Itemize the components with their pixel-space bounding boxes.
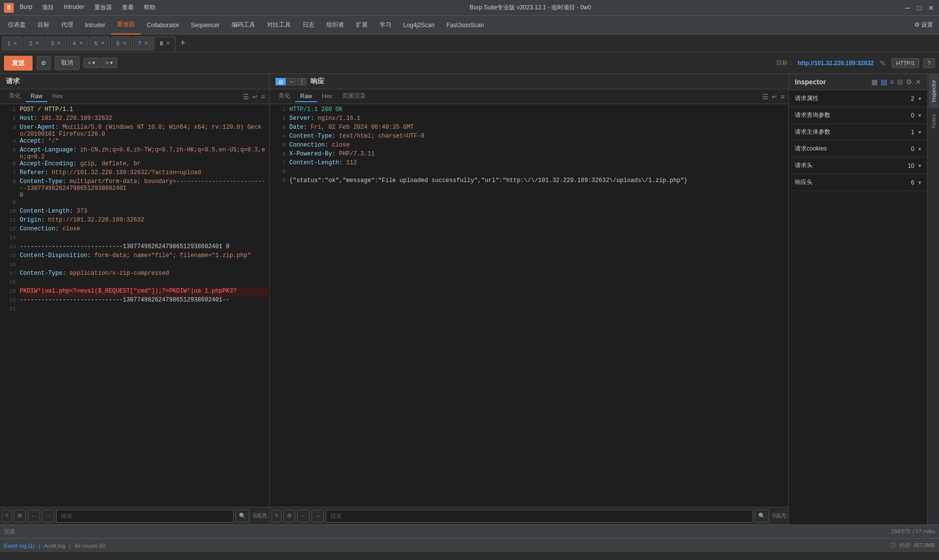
inspector-section[interactable]: 响应头 6 ▾ [789,174,927,191]
help-button[interactable]: ? [923,58,935,68]
response-search-btn[interactable]: 🔍 [755,510,769,523]
nav-collaborator[interactable]: Collaborator [141,16,185,35]
menu-help[interactable]: 帮助 [142,2,157,13]
menu-view[interactable]: 查看 [120,2,136,13]
response-help-btn[interactable]: ? [272,510,281,523]
http-version-button[interactable]: HTTP/1 [892,58,919,68]
request-search-input[interactable] [56,510,234,523]
response-wrap-icon[interactable]: ↵ [772,93,778,101]
tab-3-close[interactable]: ✕ [57,40,61,46]
info-icon: ⓘ [890,542,896,549]
response-tab-raw[interactable]: Raw [295,91,317,102]
request-code-area[interactable]: 1POST / HTTP/1.12Host: 101.32.220.189:32… [0,104,269,507]
menu-intruder[interactable]: Intruder [62,2,86,13]
tab-6-close[interactable]: ✕ [122,40,126,46]
target-url[interactable]: http://101.32.220.189:32632 [798,60,874,67]
request-back-btn[interactable]: ← [28,510,40,523]
response-menu-icon[interactable]: ≡ [781,93,784,101]
tab-5[interactable]: 5✕ [89,37,110,50]
inspector-grid-icon[interactable]: ▦ [871,78,878,86]
next-arrow-button[interactable]: > ▾ [101,58,117,68]
nav-dashboard[interactable]: 仪表盘 [2,16,32,35]
prev-arrow-button[interactable]: < ▾ [83,58,100,68]
nav-logger[interactable]: 日志 [297,16,320,35]
tab-2-close[interactable]: ✕ [35,40,39,46]
response-code-area[interactable]: 1HTTP/1.1 200 OK2Server: nginx/1.16.13Da… [270,104,788,507]
tab-7[interactable]: 7✕ [133,37,154,50]
inspector-section[interactable]: 请求属性 2 ▾ [789,90,927,107]
side-tab-notes[interactable]: Notes [929,108,939,134]
response-tab-pretty[interactable]: 美化 [274,90,295,103]
menu-project[interactable]: 项目 [40,2,56,13]
add-tab-button[interactable]: + [176,38,190,48]
event-log-link[interactable]: Event log (1) [4,543,35,549]
inspector-format-icon[interactable]: ⊟ [897,78,903,86]
response-settings-btn[interactable]: ⚙ [283,510,295,523]
request-wrap-icon[interactable]: ↵ [252,93,258,101]
response-list-icon[interactable]: ☰ [762,93,769,101]
response-tab-hex[interactable]: Hex [317,91,337,102]
settings-button[interactable]: ⚙ 设置 [910,21,937,29]
response-highlight-count: 0高亮 [773,512,786,520]
inspector-gear-icon[interactable]: ⚙ [906,78,912,86]
menu-burp[interactable]: Burp [18,2,34,13]
edit-target-icon[interactable]: ✎ [880,59,886,67]
nav-target[interactable]: 目标 [32,16,55,35]
tab-6[interactable]: 6✕ [111,37,132,50]
request-list-icon[interactable]: ☰ [243,93,249,101]
response-forward-btn[interactable]: → [312,510,324,523]
request-tab-pretty[interactable]: 美化 [4,90,26,103]
nav-extensions[interactable]: 扩展 [350,16,374,35]
cancel-button[interactable]: 取消 [55,56,79,70]
nav-learn[interactable]: 学习 [374,16,397,35]
menu-repeater[interactable]: 重放器 [92,2,114,13]
inspector-close-icon[interactable]: ✕ [915,78,921,86]
tab-5-close[interactable]: ✕ [101,40,105,46]
close-button[interactable]: ✕ [927,4,935,12]
tab-1[interactable]: 1✕ [2,37,23,50]
view-toggle-split[interactable]: ▥ [275,78,286,85]
inspector-section[interactable]: 请求查询参数 0 ▾ [789,107,927,124]
tab-8[interactable]: 8✕ [155,37,175,50]
inspector-section[interactable]: 请求头 10 ▾ [789,157,927,174]
nav-fastjsonscan[interactable]: FastJsonScan [440,16,490,35]
maximize-button[interactable]: □ [915,4,923,12]
tab-1-close[interactable]: ✕ [13,40,17,46]
tab-2[interactable]: 2✕ [24,37,44,50]
nav-organizer[interactable]: 组织者 [320,16,350,35]
nav-comparer[interactable]: 对比工具 [261,16,297,35]
view-toggle-horiz[interactable]: ═ [287,78,296,85]
tab-7-close[interactable]: ✕ [144,40,148,46]
send-button[interactable]: 发送 [4,56,33,71]
tab-4[interactable]: 4✕ [67,37,88,50]
response-search-input[interactable] [326,510,753,523]
tab-4-close[interactable]: ✕ [79,40,83,46]
nav-proxy[interactable]: 代理 [55,16,79,35]
inspector-section[interactable]: 请求cookies 0 ▾ [789,141,927,157]
inspector-align-icon[interactable]: ≡ [890,78,894,86]
audit-log-link[interactable]: Audit log [44,543,65,549]
inspector-table-icon[interactable]: ▤ [881,78,887,86]
tab-8-close[interactable]: ✕ [166,40,170,46]
response-tab-render[interactable]: 页面渲染 [337,90,371,103]
nav-intruder[interactable]: Intruder [79,16,111,35]
minimize-button[interactable]: ─ [903,4,911,12]
inspector-section[interactable]: 请求主体参数 1 ▾ [789,124,927,141]
nav-log4j2scan[interactable]: Log4j2Scan [397,16,440,35]
request-forward-btn[interactable]: → [42,510,54,523]
nav-sequencer[interactable]: Sequencer [185,16,226,35]
response-back-btn[interactable]: ← [297,510,310,523]
request-search-btn[interactable]: 🔍 [235,510,249,523]
view-toggle-vert[interactable]: ║ [297,78,307,85]
settings-icon-btn[interactable]: ⚙ [37,56,51,70]
request-menu-icon[interactable]: ≡ [261,93,265,101]
nav-encoder[interactable]: 编码工具 [226,16,261,35]
tab-3[interactable]: 3✕ [45,37,66,50]
request-tab-hex[interactable]: Hex [47,91,68,102]
nav-repeater[interactable]: 重放器 [111,16,141,35]
side-tab-inspector[interactable]: Inspector [929,74,939,108]
request-help-btn[interactable]: ? [2,510,12,523]
request-settings-btn[interactable]: ⚙ [14,510,26,523]
all-issues-link[interactable]: All issues (6) [75,543,106,549]
request-tab-raw[interactable]: Raw [26,91,47,102]
